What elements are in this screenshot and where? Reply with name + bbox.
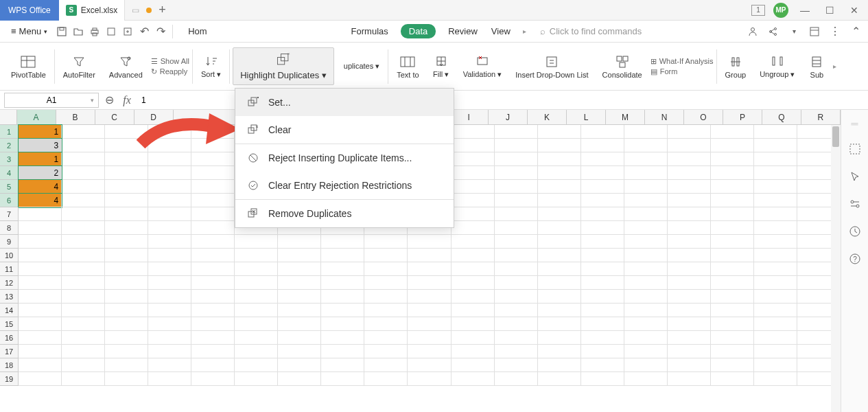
cell[interactable] bbox=[321, 317, 364, 331]
cell[interactable] bbox=[191, 235, 235, 249]
col-header[interactable]: I bbox=[449, 110, 489, 124]
cell[interactable] bbox=[408, 249, 451, 262]
cell[interactable] bbox=[235, 331, 278, 345]
cell[interactable] bbox=[408, 276, 451, 290]
cell[interactable] bbox=[321, 372, 364, 386]
cell[interactable] bbox=[148, 221, 191, 235]
row-header[interactable]: 2 bbox=[0, 139, 19, 152]
cell[interactable] bbox=[105, 290, 148, 304]
cell[interactable] bbox=[19, 221, 62, 235]
cell[interactable] bbox=[451, 166, 495, 180]
cell[interactable] bbox=[62, 194, 105, 207]
cell[interactable] bbox=[495, 125, 538, 139]
cell[interactable] bbox=[581, 290, 624, 304]
cell[interactable] bbox=[581, 317, 624, 331]
ribbon-more-icon[interactable]: ▸ bbox=[833, 62, 836, 70]
cell[interactable] bbox=[148, 194, 191, 207]
cell[interactable] bbox=[754, 358, 797, 372]
cell[interactable] bbox=[624, 249, 668, 262]
cell[interactable] bbox=[711, 372, 754, 386]
cell[interactable] bbox=[711, 345, 754, 358]
cell[interactable] bbox=[408, 317, 451, 331]
cell[interactable] bbox=[538, 372, 581, 386]
cell[interactable] bbox=[235, 290, 278, 304]
cell[interactable] bbox=[19, 207, 62, 221]
tab-home[interactable]: Hom bbox=[187, 23, 208, 39]
cell[interactable] bbox=[19, 249, 62, 262]
cell[interactable] bbox=[62, 358, 105, 372]
cell[interactable] bbox=[581, 125, 624, 139]
cell[interactable] bbox=[495, 290, 538, 304]
cell[interactable] bbox=[668, 194, 711, 207]
layout-icon[interactable] bbox=[808, 25, 821, 38]
cell[interactable] bbox=[278, 304, 321, 317]
cell[interactable] bbox=[191, 125, 235, 139]
user-icon[interactable] bbox=[746, 25, 760, 38]
cell[interactable] bbox=[711, 262, 754, 276]
cell[interactable] bbox=[451, 139, 495, 152]
form-button[interactable]: ▤Form bbox=[650, 67, 714, 76]
cell[interactable] bbox=[364, 331, 408, 345]
cell[interactable] bbox=[538, 249, 581, 262]
row-header[interactable]: 18 bbox=[0, 358, 19, 372]
cell[interactable] bbox=[451, 358, 495, 372]
drag-handle-icon[interactable]: ═ bbox=[852, 118, 858, 129]
cell[interactable] bbox=[624, 372, 668, 386]
cell[interactable] bbox=[495, 262, 538, 276]
cell[interactable] bbox=[191, 304, 235, 317]
cell[interactable] bbox=[408, 235, 451, 249]
cell[interactable] bbox=[668, 221, 711, 235]
col-header[interactable]: K bbox=[528, 110, 567, 124]
cell[interactable] bbox=[105, 125, 148, 139]
cell[interactable] bbox=[278, 276, 321, 290]
cell[interactable] bbox=[668, 358, 711, 372]
cell[interactable] bbox=[19, 372, 62, 386]
cell[interactable] bbox=[191, 166, 235, 180]
cell[interactable] bbox=[451, 207, 495, 221]
cell[interactable] bbox=[19, 235, 62, 249]
cell[interactable] bbox=[495, 152, 538, 166]
cell[interactable] bbox=[235, 317, 278, 331]
cell[interactable] bbox=[711, 317, 754, 331]
cell[interactable] bbox=[538, 207, 581, 221]
cell[interactable] bbox=[62, 221, 105, 235]
cell[interactable] bbox=[624, 345, 668, 358]
cell[interactable] bbox=[19, 317, 62, 331]
cell[interactable] bbox=[148, 125, 191, 139]
cell[interactable] bbox=[538, 125, 581, 139]
cell[interactable] bbox=[581, 194, 624, 207]
cell[interactable] bbox=[754, 304, 797, 317]
cell[interactable] bbox=[148, 166, 191, 180]
dropdown-remove-duplicates[interactable]: Remove Duplicates bbox=[235, 200, 454, 227]
cell[interactable] bbox=[451, 194, 495, 207]
cell[interactable] bbox=[495, 331, 538, 345]
cell[interactable] bbox=[191, 290, 235, 304]
cell[interactable] bbox=[451, 221, 495, 235]
cell[interactable] bbox=[451, 317, 495, 331]
avatar[interactable]: MP bbox=[773, 3, 788, 18]
notification-badge[interactable]: 1 bbox=[751, 5, 765, 16]
export-icon[interactable] bbox=[121, 25, 134, 38]
cell[interactable] bbox=[624, 194, 668, 207]
tab-view[interactable]: View bbox=[490, 23, 512, 39]
cell[interactable] bbox=[408, 304, 451, 317]
reapply-button[interactable]: ↻Reapply bbox=[151, 67, 189, 76]
cell[interactable] bbox=[235, 345, 278, 358]
cell[interactable] bbox=[668, 235, 711, 249]
row-header[interactable]: 12 bbox=[0, 276, 19, 290]
cell[interactable] bbox=[105, 276, 148, 290]
cell[interactable] bbox=[235, 276, 278, 290]
cell[interactable] bbox=[321, 235, 364, 249]
select-all-corner[interactable] bbox=[0, 110, 17, 124]
cell[interactable] bbox=[62, 139, 105, 152]
cell[interactable] bbox=[191, 249, 235, 262]
cell[interactable] bbox=[62, 317, 105, 331]
col-header[interactable]: L bbox=[567, 110, 606, 124]
cell[interactable] bbox=[19, 331, 62, 345]
cell[interactable] bbox=[364, 235, 408, 249]
settings-slider-icon[interactable] bbox=[847, 196, 863, 211]
row-header[interactable]: 8 bbox=[0, 221, 19, 235]
history-icon[interactable] bbox=[847, 224, 863, 239]
cell[interactable] bbox=[451, 372, 495, 386]
print-preview-icon[interactable] bbox=[105, 25, 117, 38]
